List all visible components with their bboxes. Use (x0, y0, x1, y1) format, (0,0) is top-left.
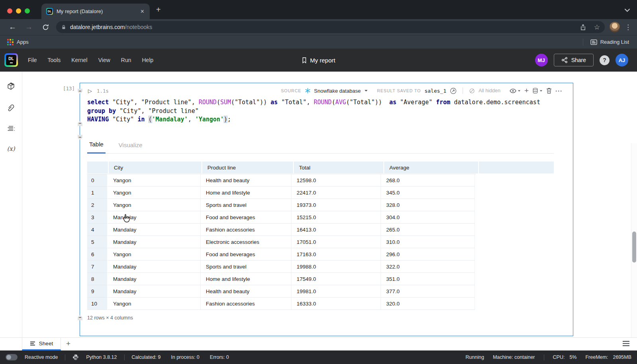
table-row: 9MandalayHealth and beauty19981.0377.0 (87, 285, 476, 298)
variables-viewer-icon[interactable]: (x) (7, 145, 15, 152)
menu-kernel[interactable]: Kernel (71, 57, 87, 63)
browser-profile-avatar[interactable] (610, 22, 620, 32)
tab-close-icon[interactable]: × (140, 8, 145, 15)
help-button[interactable]: ? (600, 55, 610, 65)
table-header-cell: Total (294, 162, 383, 173)
more-options-icon[interactable]: ··· (555, 88, 563, 94)
kernel-status: Running (465, 354, 484, 360)
minimize-window-button[interactable] (16, 8, 21, 14)
table-cell: 304.0 (381, 211, 475, 224)
table-cell: Fashion accessories (201, 224, 291, 236)
new-tab-button[interactable]: + (156, 6, 161, 14)
collaborator-avatar[interactable]: MJ (535, 54, 548, 66)
table-dimensions: 12 rows × 4 columns (87, 315, 133, 321)
sheets-menu-icon[interactable] (622, 341, 630, 346)
notebook-cell[interactable]: ▷ 1.1s SOURCE Snowflake database RESULT … (80, 83, 573, 336)
table-cell: 265.0 (381, 224, 475, 236)
table-cell: 322.0 (381, 261, 475, 273)
close-window-button[interactable] (7, 8, 12, 14)
result-jump-icon[interactable] (450, 88, 457, 94)
tab-table[interactable]: Table (87, 141, 106, 154)
row-index-cell: 5 (87, 236, 108, 248)
sheet-tab[interactable]: Sheet (22, 338, 61, 350)
scrollbar-thumb[interactable] (632, 232, 636, 263)
share-button[interactable]: Share (554, 54, 594, 66)
table-cell: Home and lifestyle (201, 273, 291, 285)
table-cell: Home and lifestyle (201, 187, 291, 199)
sql-code[interactable]: select "City", "Product line", ROUND(SUM… (87, 98, 573, 124)
left-sidebar: (x) (0, 72, 22, 337)
code-line: select "City", "Product line", ROUND(SUM… (87, 98, 573, 107)
table-cell: Fashion accessories (201, 298, 291, 310)
all-hidden-label: All hidden (479, 88, 500, 93)
table-cell: Mandalay (108, 261, 201, 273)
table-cell: Yangon (108, 187, 201, 199)
reactive-mode-toggle[interactable] (6, 354, 18, 360)
table-row: 3MandalayFood and beverages15215.0304.0 (87, 211, 476, 224)
menu-view[interactable]: View (98, 57, 110, 63)
table-cell: Mandalay (108, 236, 201, 248)
tab-search-chevron-icon[interactable] (625, 9, 630, 12)
source-select[interactable]: Snowflake database (314, 88, 361, 94)
visibility-icon[interactable] (510, 88, 521, 93)
cell-toolbar: ▷ 1.1s SOURCE Snowflake database RESULT … (80, 83, 573, 97)
table-row: 5MandalayElectronic accessories17051.031… (87, 236, 476, 248)
share-page-icon[interactable] (580, 24, 586, 31)
screen: DL My report (Datalore) × + ← → datalore… (0, 0, 637, 364)
menu-file[interactable]: File (28, 57, 37, 63)
notebook-title[interactable]: My report (302, 57, 335, 64)
tab-title: My report (Datalore) (57, 8, 140, 14)
forward-button[interactable]: → (25, 23, 33, 31)
menu-run[interactable]: Run (121, 57, 131, 63)
table-cell: 310.0 (381, 236, 475, 248)
url-bar[interactable]: datalore.jetbrains.com/notebooks ☆ (56, 21, 605, 33)
database-icon[interactable] (532, 88, 543, 94)
code-line: HAVING "City" in ('Mandalay', 'Yangon'); (87, 115, 573, 124)
table-cell: Yangon (108, 174, 201, 187)
maximize-window-button[interactable] (25, 8, 30, 14)
table-cell: Food and beverages (201, 211, 291, 224)
browser-menu-icon[interactable]: ⋮ (625, 23, 631, 31)
delete-cell-icon[interactable] (546, 88, 552, 94)
bookmarks-bar: Apps Reading List (0, 35, 637, 49)
source-caret-icon[interactable] (364, 90, 368, 92)
bookmark-star-icon[interactable]: ☆ (594, 23, 600, 31)
packages-icon[interactable] (7, 82, 15, 90)
menu-tools[interactable]: Tools (48, 57, 61, 63)
lock-icon (61, 24, 66, 30)
refresh-button[interactable] (42, 24, 49, 31)
table-cell: 22417.0 (291, 187, 381, 199)
table-cell: 17051.0 (291, 236, 381, 248)
table-row: 10YangonFashion accessories16333.0320.0 (87, 298, 476, 310)
table-cell: 15215.0 (291, 211, 381, 224)
table-cell: 19373.0 (291, 199, 381, 211)
run-cell-icon[interactable]: ▷ (88, 88, 92, 94)
mouse-cursor (122, 214, 131, 224)
row-index-cell: 1 (87, 187, 108, 199)
table-row: 7MandalaySports and travel19988.0322.0 (87, 261, 476, 273)
bookmark-icon (302, 57, 307, 64)
table-cell: Yangon (108, 199, 201, 211)
code-line: group by "City", "Product line" (87, 107, 573, 116)
add-cell-icon[interactable]: + (524, 88, 529, 93)
attachments-icon[interactable] (7, 103, 15, 112)
freemem-value: 2695MB (613, 354, 631, 360)
apps-shortcut[interactable]: Apps (17, 39, 29, 45)
reading-list-button[interactable]: Reading List (600, 39, 629, 45)
result-variable[interactable]: sales_1 (424, 88, 446, 94)
menu-help[interactable]: Help (142, 57, 154, 63)
table-cell: 17549.0 (291, 273, 381, 285)
add-sheet-button[interactable]: + (66, 339, 70, 348)
table-cell: 377.0 (381, 285, 475, 298)
user-avatar[interactable]: AJ (616, 54, 628, 66)
outline-icon[interactable] (7, 125, 15, 132)
table-row: 1YangonHome and lifestyle22417.0345.0 (87, 187, 476, 199)
python-version[interactable]: Python 3.8.12 (86, 354, 117, 360)
table-header-cell: Product line (202, 162, 293, 173)
tab-visualize[interactable]: Visualize (117, 142, 145, 153)
browser-tab[interactable]: DL My report (Datalore) × (41, 4, 150, 19)
calculated-count: Calculated: 9 (132, 354, 161, 360)
datalore-logo-icon[interactable]: DL (4, 53, 18, 67)
row-index-cell: 2 (87, 199, 108, 211)
back-button[interactable]: ← (9, 23, 16, 31)
